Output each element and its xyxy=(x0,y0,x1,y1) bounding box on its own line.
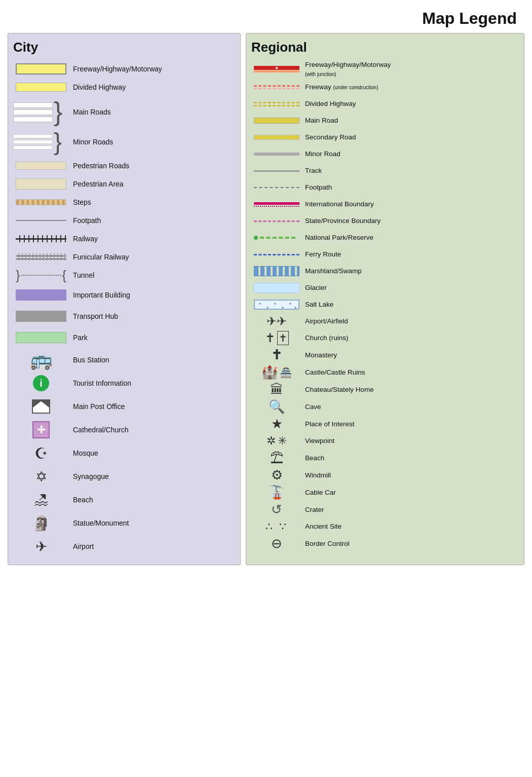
synagogue-symbol: ✡ xyxy=(13,468,69,485)
r-state-symbol xyxy=(251,220,302,222)
r-cave-label: Cave xyxy=(302,402,321,412)
city-heading: City xyxy=(13,40,235,55)
r-natpark-symbol xyxy=(251,236,302,240)
regional-heading: Regional xyxy=(251,40,519,55)
list-item: ✈ Airport xyxy=(13,535,235,558)
list-item: Track xyxy=(251,163,519,178)
ped-area-symbol xyxy=(13,178,69,190)
r-ancient-label: Ancient Site xyxy=(302,522,341,531)
list-item: ✝ Monastery xyxy=(251,347,519,363)
r-cablecar-label: Cable Car xyxy=(302,488,336,497)
list-item: ✡ Synagogue xyxy=(13,465,235,488)
steps-symbol xyxy=(13,199,69,205)
list-item: Pedestrian Area xyxy=(13,175,235,193)
ped-roads-symbol xyxy=(13,162,69,170)
minor-roads-symbol: } xyxy=(13,132,69,152)
list-item: ✲ ✳ Viewpoint xyxy=(251,433,519,449)
list-item: i Tourist Information xyxy=(13,372,235,394)
r-secondary-label: Secondary Road xyxy=(302,133,356,142)
railway-label: Railway xyxy=(69,234,98,243)
footpath-label: Footpath xyxy=(69,216,101,225)
freeway-symbol xyxy=(13,63,69,75)
r-intl-symbol xyxy=(251,202,302,207)
r-viewpoint-symbol: ✲ ✳ xyxy=(251,434,302,448)
list-item: Divided Highway xyxy=(251,96,519,112)
r-footpath-symbol xyxy=(251,187,302,188)
r-cave-symbol: 🔍 xyxy=(251,399,302,415)
r-airport-label: Airport/Airfield xyxy=(302,317,348,326)
r-church-symbol: ✝ ✝ xyxy=(251,331,302,345)
r-saltlake-label: Salt Lake xyxy=(302,300,333,309)
list-item: International Boundary xyxy=(251,197,519,212)
statue-symbol: 🗿 xyxy=(13,515,69,532)
funicular-label: Funicular Railway xyxy=(69,252,129,262)
r-freeway-symbol xyxy=(251,66,302,72)
steps-label: Steps xyxy=(69,198,91,207)
synagogue-label: Synagogue xyxy=(69,472,109,481)
list-item: 🗿 Statue/Monument xyxy=(13,512,235,534)
r-crater-symbol: ↺ xyxy=(251,502,302,517)
list-item: Freeway (under construction) xyxy=(251,80,519,95)
list-item: 🚡 Cable Car xyxy=(251,485,519,500)
list-item: Steps xyxy=(13,194,235,211)
r-border-symbol: ⊖ xyxy=(251,536,302,551)
r-chateau-label: Chateau/Stately Home xyxy=(302,385,374,394)
list-item: 🔍 Cave xyxy=(251,399,519,415)
beach-city-label: Beach xyxy=(69,495,93,504)
r-place-symbol: ★ xyxy=(251,416,302,432)
list-item: ☪ Mosque xyxy=(13,442,235,464)
list-item: ★ Place of Interest xyxy=(251,416,519,432)
divided-hwy-symbol xyxy=(13,83,69,92)
airport-city-label: Airport xyxy=(69,542,94,551)
r-windmill-label: Windmill xyxy=(302,471,331,480)
list-item: 🏛 Chateau/Stately Home xyxy=(251,382,519,397)
list-item: Footpath xyxy=(251,180,519,195)
list-item: 🚌 Bus Station xyxy=(13,349,235,371)
list-item: Railway xyxy=(13,230,235,247)
r-glacier-symbol xyxy=(251,283,302,293)
list-item: ⛱ Beach xyxy=(251,450,519,466)
post-office-label: Main Post Office xyxy=(69,402,125,411)
r-church-label: Church (ruins) xyxy=(302,334,349,343)
list-item: Freeway/Highway/Motorway xyxy=(13,60,235,78)
r-freeway-const-symbol xyxy=(251,85,302,89)
r-freeway-const-label: Freeway (under construction) xyxy=(302,83,378,92)
list-item: ↺ Crater xyxy=(251,502,519,517)
r-ferry-label: Ferry Route xyxy=(302,250,341,259)
tourist-info-symbol: i xyxy=(13,375,69,391)
r-ancient-symbol: ∴ ∵ xyxy=(251,520,302,533)
city-column: City Freeway/Highway/Motorway Divided Hi… xyxy=(8,33,241,565)
r-mainroad-symbol xyxy=(251,118,302,124)
r-beach-label: Beach xyxy=(302,454,324,463)
r-windmill-symbol: ⚙ xyxy=(251,467,302,483)
list-item: ⚙ Windmill xyxy=(251,467,519,483)
r-divided-label: Divided Highway xyxy=(302,99,356,108)
list-item: ∴ ∵ Ancient Site xyxy=(251,519,519,534)
post-office-symbol xyxy=(13,399,69,414)
r-natpark-label: National Park/Reserve xyxy=(302,233,373,242)
divided-hwy-label: Divided Highway xyxy=(69,83,126,92)
mosque-symbol: ☪ xyxy=(13,445,69,462)
r-track-symbol xyxy=(251,170,302,172)
bus-station-symbol: 🚌 xyxy=(13,351,69,369)
imp-building-label: Important Building xyxy=(69,290,130,300)
r-place-label: Place of Interest xyxy=(302,420,355,429)
transport-hub-symbol xyxy=(13,311,69,322)
r-marshland-symbol xyxy=(251,266,302,276)
main-roads-label: Main Roads xyxy=(69,107,111,117)
list-item: Marshland/Swamp xyxy=(251,264,519,279)
list-item: Divided Highway xyxy=(13,79,235,96)
main-roads-symbol: } xyxy=(13,101,69,123)
list-item: Glacier xyxy=(251,280,519,295)
bus-station-label: Bus Station xyxy=(69,355,109,364)
r-divided-symbol xyxy=(251,102,302,106)
tunnel-label: Tunnel xyxy=(69,271,94,280)
tourist-info-label: Tourist Information xyxy=(69,379,131,388)
r-mainroad-label: Main Road xyxy=(302,116,338,125)
list-item: ✝ ✝ Church (ruins) xyxy=(251,330,519,346)
list-item: 🏖 Beach xyxy=(13,489,235,511)
r-minor-label: Minor Road xyxy=(302,150,340,159)
r-minor-symbol xyxy=(251,153,302,156)
cathedral-symbol: ✛ xyxy=(13,421,69,438)
r-state-label: State/Province Boundary xyxy=(302,216,381,226)
